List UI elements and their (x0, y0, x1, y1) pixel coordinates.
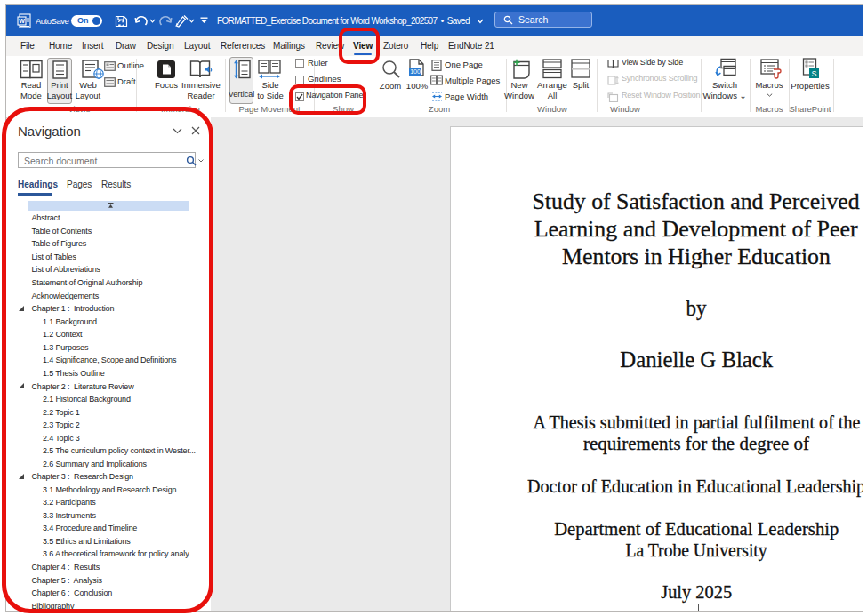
svg-text:W: W (19, 18, 25, 24)
svg-text:S: S (811, 69, 816, 78)
svg-text:100: 100 (410, 68, 421, 75)
